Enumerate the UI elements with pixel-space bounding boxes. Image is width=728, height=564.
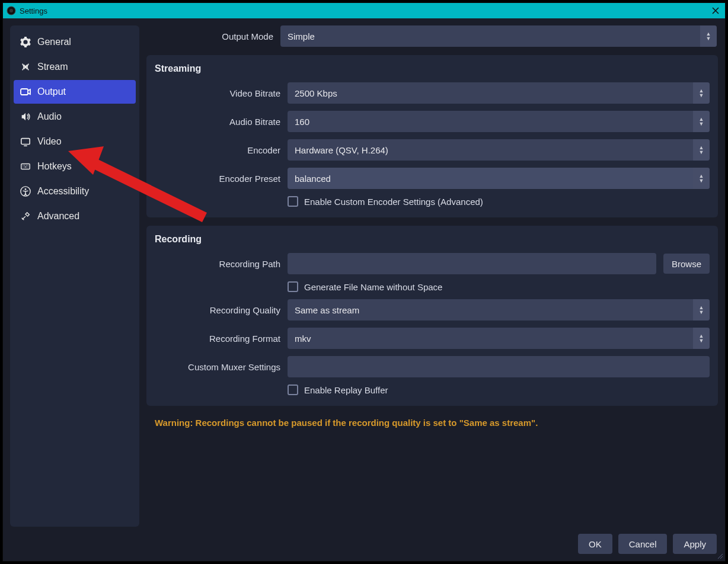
svg-rect-3: [21, 89, 28, 95]
chevron-updown-icon: ▲▼: [693, 328, 710, 349]
speaker-icon: [20, 111, 31, 123]
sidebar: General Stream Output Audio: [10, 25, 139, 527]
close-icon[interactable]: [710, 5, 721, 17]
recording-title: Recording: [155, 234, 710, 245]
chevron-updown-icon: ▲▼: [693, 168, 710, 189]
audio-bitrate-label: Audio Bitrate: [155, 117, 280, 127]
filename-no-space-checkbox[interactable]: [288, 281, 298, 292]
tools-icon: [20, 210, 31, 222]
browse-button[interactable]: Browse: [663, 254, 710, 274]
ok-button[interactable]: OK: [578, 534, 612, 554]
sidebar-item-label: Output: [37, 86, 66, 97]
output-icon: [20, 86, 31, 98]
streaming-panel: Streaming Video Bitrate 2500 Kbps ▲▼ Aud…: [146, 55, 718, 217]
recording-path-label: Recording Path: [155, 259, 280, 269]
window-title: Settings: [20, 7, 47, 15]
sidebar-item-label: Video: [37, 136, 62, 147]
keyboard-icon: [20, 161, 31, 172]
obs-icon: [7, 6, 16, 15]
output-mode-select[interactable]: Simple ▲▼: [280, 25, 717, 47]
muxer-input[interactable]: [288, 356, 710, 377]
content: General Stream Output Audio: [3, 18, 725, 527]
encoder-select[interactable]: Hardware (QSV, H.264) ▲▼: [288, 139, 710, 161]
sidebar-item-stream[interactable]: Stream: [14, 55, 136, 79]
sidebar-item-output[interactable]: Output: [14, 80, 136, 104]
sidebar-item-label: General: [37, 37, 71, 47]
recording-path-input[interactable]: [288, 253, 656, 274]
titlebar[interactable]: Settings: [3, 3, 725, 18]
recording-quality-select[interactable]: Same as stream ▲▼: [288, 299, 710, 321]
select-value: Simple: [288, 31, 315, 41]
encoder-label: Encoder: [155, 145, 280, 155]
recording-format-select[interactable]: mkv ▲▼: [288, 328, 710, 349]
spinner-icon[interactable]: ▲▼: [693, 82, 710, 104]
recording-panel: Recording Recording Path Browse Generate…: [146, 226, 718, 406]
sidebar-item-advanced[interactable]: Advanced: [14, 204, 136, 228]
checkbox-label[interactable]: Generate File Name without Space: [304, 282, 442, 292]
chevron-updown-icon: ▲▼: [700, 25, 717, 47]
sidebar-item-hotkeys[interactable]: Hotkeys: [14, 155, 136, 178]
settings-window: Settings General Stream O: [2, 2, 726, 562]
encoder-preset-select[interactable]: balanced ▲▼: [288, 168, 710, 189]
chevron-updown-icon: ▲▼: [693, 299, 710, 321]
audio-bitrate-select[interactable]: 160 ▲▼: [288, 111, 710, 132]
select-value: Same as stream: [295, 305, 359, 315]
select-value: Hardware (QSV, H.264): [295, 145, 388, 155]
sidebar-item-label: Hotkeys: [37, 161, 72, 172]
select-value: balanced: [295, 174, 331, 184]
checkbox-label[interactable]: Enable Replay Buffer: [304, 385, 388, 395]
antenna-icon: [20, 61, 31, 73]
apply-button[interactable]: Apply: [673, 534, 717, 554]
svg-point-2: [25, 66, 27, 68]
recording-quality-label: Recording Quality: [155, 305, 280, 315]
select-value: 160: [295, 117, 309, 127]
sidebar-item-label: Accessibility: [37, 186, 89, 197]
checkbox-label[interactable]: Enable Custom Encoder Settings (Advanced…: [304, 197, 483, 207]
sidebar-item-label: Advanced: [37, 211, 79, 222]
sidebar-item-video[interactable]: Video: [14, 130, 136, 153]
input-value: 2500 Kbps: [295, 88, 337, 98]
svg-rect-5: [21, 164, 30, 169]
sidebar-item-label: Stream: [37, 62, 68, 72]
chevron-updown-icon: ▲▼: [693, 139, 710, 161]
svg-point-7: [25, 188, 27, 190]
warning-text: Warning: Recordings cannot be paused if …: [146, 414, 718, 442]
video-bitrate-label: Video Bitrate: [155, 88, 280, 98]
output-mode-label: Output Mode: [148, 31, 273, 41]
replay-buffer-checkbox[interactable]: [288, 384, 298, 395]
accessibility-icon: [20, 185, 31, 197]
sidebar-item-general[interactable]: General: [14, 30, 136, 54]
gear-icon: [20, 36, 31, 48]
muxer-label: Custom Muxer Settings: [155, 362, 280, 372]
sidebar-item-audio[interactable]: Audio: [14, 105, 136, 129]
svg-rect-4: [21, 139, 30, 145]
streaming-title: Streaming: [155, 63, 710, 74]
svg-point-1: [9, 9, 13, 12]
main-panel: Output Mode Simple ▲▼ Streaming Video Bi…: [146, 25, 718, 527]
cancel-button[interactable]: Cancel: [618, 534, 668, 554]
select-value: mkv: [295, 334, 311, 344]
chevron-updown-icon: ▲▼: [693, 111, 710, 132]
encoder-preset-label: Encoder Preset: [155, 174, 280, 184]
sidebar-item-accessibility[interactable]: Accessibility: [14, 180, 136, 203]
monitor-icon: [20, 136, 31, 148]
enable-custom-encoder-checkbox[interactable]: [288, 196, 298, 207]
footer: OK Cancel Apply: [3, 527, 725, 561]
recording-format-label: Recording Format: [155, 334, 280, 344]
sidebar-item-label: Audio: [37, 111, 62, 122]
video-bitrate-input[interactable]: 2500 Kbps ▲▼: [288, 82, 710, 104]
